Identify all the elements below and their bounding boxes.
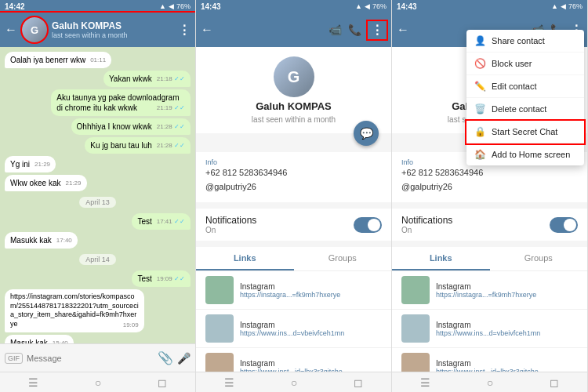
message-bubble: https://instagram.com/stories/kompascom/… — [5, 289, 144, 332]
wifi-icon-3: ◀ — [561, 2, 566, 10]
profile-avatar-2: G — [274, 56, 314, 97]
phone-value-2: +62 812 5283634946 — [205, 168, 382, 177]
back-button-2[interactable]: ← — [201, 23, 213, 37]
status-time-2: 14:43 — [201, 2, 221, 11]
dropdown-block-user[interactable]: 🚫 Block user — [466, 53, 584, 75]
list-item: Masukk kak 17:40 — [5, 232, 191, 249]
info-label-2: Info — [205, 158, 382, 166]
nav-menu-icon-3[interactable]: ☰ — [420, 376, 430, 389]
media-url[interactable]: https://www.ins...d=vbeivfceh1mn — [436, 329, 540, 337]
nav-menu-icon-2[interactable]: ☰ — [224, 376, 234, 389]
block-icon: 🚫 — [474, 58, 485, 69]
nav-home-icon-3[interactable]: ○ — [487, 376, 493, 389]
message-bubble: Masukk kak 17:40 — [5, 232, 78, 249]
message-input[interactable] — [27, 354, 154, 363]
tab-groups-3[interactable]: Groups — [490, 247, 588, 270]
media-thumbnail — [401, 276, 430, 304]
media-thumbnail — [401, 314, 430, 343]
list-item: Masuk kak 15:40 — [5, 335, 191, 343]
message-bubble: Ohhhiya I know wkwk 21:28 ✓✓ — [71, 118, 191, 135]
notifications-toggle-2[interactable] — [354, 217, 382, 233]
lock-icon: 🔒 — [474, 126, 485, 137]
media-url[interactable]: https://www.ins...d=vbeivfceh1mn — [240, 329, 344, 337]
header-icons-2: 📹 📞 ⋮ — [328, 21, 387, 39]
media-source: Instagram — [240, 282, 340, 291]
dropdown-add-home-screen[interactable]: 🏠 Add to Home screen — [466, 143, 584, 165]
nav-back-icon[interactable]: ◻ — [158, 376, 167, 389]
more-options-button-1[interactable]: ⋮ — [178, 23, 191, 38]
dropdown-start-secret-chat[interactable]: 🔒 Start Secret Chat — [466, 121, 584, 143]
media-thumbnail — [205, 276, 234, 304]
list-item: Ku jg baru tau luh 21:28 ✓✓ — [5, 137, 191, 154]
list-item: https://instagram.com/stories/kompascom/… — [5, 289, 191, 332]
home-icon: 🏠 — [474, 149, 485, 160]
notifications-title-3: Notifications — [401, 215, 452, 226]
media-info: Instagram https://instagra...=fk9mh7hxer… — [240, 282, 340, 299]
phone-value-3: +62 812 5283634946 — [401, 168, 578, 177]
dropdown-edit-contact[interactable]: ✏️ Edit contact — [466, 75, 584, 98]
attach-icon[interactable]: 📎 — [158, 350, 173, 365]
media-list-2: Instagram https://instagra...=fk9mh7hxer… — [196, 271, 391, 372]
dropdown-delete-contact[interactable]: 🗑️ Delete contact — [466, 98, 584, 121]
media-url[interactable]: https://instagra...=fk9mh7hxerye — [436, 291, 536, 299]
video-call-icon[interactable]: 📹 — [328, 24, 342, 36]
profile-status-2: last seen within a month — [252, 115, 336, 124]
notifications-row-2: Notifications On — [196, 209, 391, 241]
delete-icon: 🗑️ — [474, 103, 485, 114]
contact-info-1: Galuh KOMPAS last seen within a month — [52, 20, 173, 39]
tab-links-2[interactable]: Links — [196, 247, 294, 270]
status-icons-2: ▲ ◀ 76% — [355, 2, 387, 10]
media-info: Instagram https://www.inst...id=lbx3r3qi… — [436, 359, 539, 372]
nav-back-icon-2[interactable]: ◻ — [354, 376, 363, 389]
message-bubble: Ku jg baru tau luh 21:28 ✓✓ — [85, 137, 191, 154]
media-url[interactable]: https://instagra...=fk9mh7hxerye — [240, 291, 340, 299]
message-bubble: Wkw okee kak 21:29 — [5, 175, 87, 191]
status-time-1: 14:42 — [5, 2, 25, 11]
date-divider: April 13 — [79, 197, 116, 208]
message-bubble: Yakan wkwk 21:18 ✓✓ — [103, 71, 191, 87]
message-bubble: Test 19:09 ✓✓ — [132, 270, 191, 287]
status-bar-1: 14:42 ▲ ◀ 76% — [0, 0, 195, 13]
back-button[interactable]: ← — [5, 23, 17, 37]
profile-panel-3: 14:43 ▲ ◀ 76% ← 📹 📞 ⋮ 👤 Share contact 🚫 … — [392, 0, 588, 392]
tabs-3: Links Groups — [392, 247, 587, 271]
list-item: Instagram https://www.inst...id=lbx3r3qi… — [392, 348, 587, 372]
media-thumbnail — [401, 353, 430, 372]
media-thumbnail — [205, 314, 234, 343]
battery-icon: 76% — [176, 2, 191, 10]
chat-action-button[interactable]: 💬 — [354, 121, 379, 146]
signal-icon: ▲ — [159, 2, 166, 10]
tab-groups-2[interactable]: Groups — [294, 247, 392, 270]
list-item: Test 17:41 ✓✓ — [5, 213, 191, 230]
status-bar-2: 14:43 ▲ ◀ 76% — [196, 0, 391, 13]
more-options-button-2[interactable]: ⋮ — [368, 21, 387, 39]
list-item: Instagram https://www.inst...id=lbx3r3qi… — [196, 348, 391, 372]
tab-links-3[interactable]: Links — [392, 247, 490, 270]
nav-menu-icon[interactable]: ☰ — [28, 376, 38, 389]
list-item: Oalah iya benerr wkw 01:11 — [5, 52, 191, 68]
back-button-3[interactable]: ← — [397, 23, 409, 37]
chat-panel: 14:42 ▲ ◀ 76% ← G Galuh KOMPAS last seen… — [0, 0, 196, 392]
call-icon[interactable]: 📞 — [348, 24, 361, 36]
gif-button[interactable]: GIF — [5, 353, 23, 364]
nav-home-icon-2[interactable]: ○ — [291, 376, 297, 389]
dropdown-share-contact[interactable]: 👤 Share contact — [466, 30, 584, 53]
dropdown-label: Block user — [492, 59, 532, 68]
mic-icon[interactable]: 🎤 — [177, 352, 191, 365]
message-bubble: Masuk kak 15:40 — [5, 335, 74, 343]
chat-messages: Oalah iya benerr wkw 01:11 Yakan wkwk 21… — [0, 47, 195, 343]
notifications-subtitle-2: On — [205, 226, 256, 234]
contact-avatar-1[interactable]: G — [22, 17, 47, 42]
notifications-text-2: Notifications On — [205, 215, 256, 234]
notifications-subtitle-3: On — [401, 226, 452, 234]
contact-name-1: Galuh KOMPAS — [52, 20, 173, 31]
list-item: Ohhhiya I know wkwk 21:28 ✓✓ — [5, 118, 191, 135]
nav-home-icon[interactable]: ○ — [95, 376, 101, 389]
wifi-icon-2: ◀ — [365, 2, 370, 10]
nav-back-icon-3[interactable]: ◻ — [550, 376, 559, 389]
notifications-toggle-3[interactable] — [550, 217, 578, 233]
profile-panel: 14:43 ▲ ◀ 76% ← 📹 📞 ⋮ G Galuh KOMPAS las… — [196, 0, 392, 392]
media-list-3: Instagram https://instagra...=fk9mh7hxer… — [392, 271, 587, 372]
dropdown-label: Delete contact — [492, 104, 546, 114]
message-bubble: Oalah iya benerr wkw 01:11 — [5, 52, 111, 68]
